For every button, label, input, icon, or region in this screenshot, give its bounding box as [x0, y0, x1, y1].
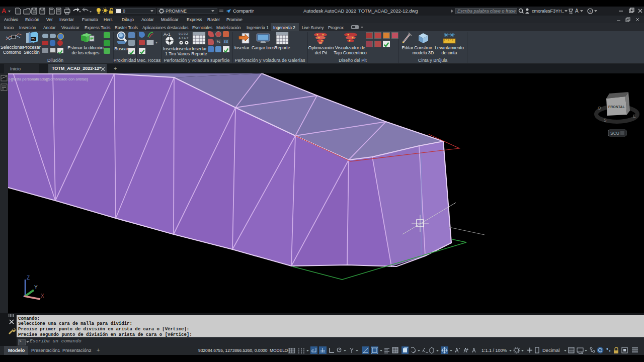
svg-text:E: E [633, 114, 636, 119]
svg-text:PROMINE: PROMINE [166, 9, 187, 14]
svg-text:SCU: SCU [610, 131, 619, 136]
svg-text:FRONTAL: FRONTAL [608, 105, 625, 109]
svg-text:A-1: A-1 [164, 32, 171, 37]
svg-text:[-][Vista personalizada][Sombr: [-][Vista personalizada][Sombreado con a… [9, 77, 88, 81]
svg-text:1:1.1 / 100%: 1:1.1 / 100% [481, 348, 507, 353]
svg-text:O: O [598, 106, 601, 111]
svg-text:A:1 A:2: A:1 A:2 [179, 37, 189, 40]
svg-text:Decimal: Decimal [542, 347, 559, 353]
svg-text:Z: Z [27, 275, 30, 281]
svg-text:75: 75 [31, 38, 35, 41]
svg-text:TOTM_ACAD_2022-12.dwg: TOTM_ACAD_2022-12.dwg [358, 8, 418, 14]
svg-text:Compartir: Compartir [233, 8, 254, 14]
svg-text:?: ? [589, 10, 592, 14]
svg-text:9:1 9:2: 9:1 9:2 [179, 32, 188, 35]
svg-text:A: A [2, 7, 7, 15]
svg-text:Y: Y [34, 285, 38, 290]
svg-text:0: 0 [123, 9, 125, 14]
svg-text:S: S [604, 118, 607, 123]
svg-text:Escriba palabra clave o frase: Escriba palabra clave o frase [457, 9, 516, 14]
svg-text:cmoralesF3YH..: cmoralesF3YH.. [532, 9, 565, 14]
svg-text:X: X [41, 293, 44, 299]
svg-text:A: A [575, 8, 579, 14]
svg-text:Autodesk AutoCAD 2022: Autodesk AutoCAD 2022 [303, 8, 356, 14]
